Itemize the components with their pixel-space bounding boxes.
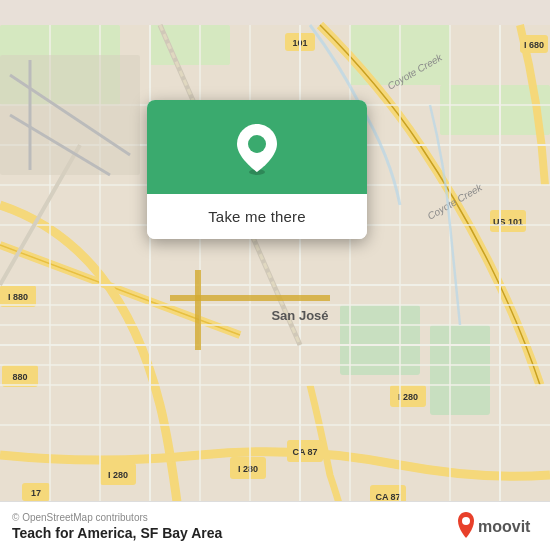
svg-text:I 280: I 280	[108, 470, 128, 480]
svg-text:17: 17	[31, 488, 41, 498]
svg-rect-63	[170, 295, 330, 301]
bottom-left: © OpenStreetMap contributors Teach for A…	[12, 512, 222, 541]
location-pin-icon	[235, 122, 279, 176]
svg-point-66	[462, 517, 470, 525]
location-name: Teach for America, SF Bay Area	[12, 525, 222, 541]
svg-text:CA 87: CA 87	[292, 447, 317, 457]
svg-text:880: 880	[12, 372, 27, 382]
svg-rect-2	[430, 325, 490, 415]
svg-text:I 680: I 680	[524, 40, 544, 50]
svg-text:I 280: I 280	[398, 392, 418, 402]
svg-text:moovit: moovit	[478, 518, 531, 535]
svg-point-65	[248, 135, 266, 153]
popup-green-header	[147, 100, 367, 194]
moovit-logo: moovit	[458, 510, 538, 542]
copyright-text: © OpenStreetMap contributors	[12, 512, 222, 523]
map-container: 101 US 101 I 680 I 880 880 I 280 I 280 C…	[0, 0, 550, 550]
bottom-bar: © OpenStreetMap contributors Teach for A…	[0, 501, 550, 550]
svg-rect-62	[195, 270, 201, 350]
popup-card: Take me there	[147, 100, 367, 239]
map-svg: 101 US 101 I 680 I 880 880 I 280 I 280 C…	[0, 0, 550, 550]
svg-text:I 280: I 280	[238, 464, 258, 474]
take-me-there-button[interactable]: Take me there	[147, 194, 367, 239]
svg-text:I 880: I 880	[8, 292, 28, 302]
moovit-logo-svg: moovit	[458, 510, 538, 542]
svg-text:San José: San José	[271, 308, 328, 323]
